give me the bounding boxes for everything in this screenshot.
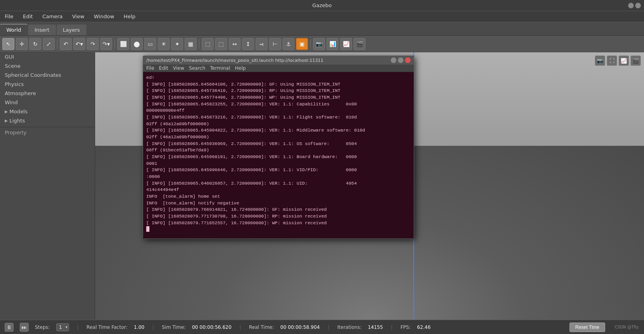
terminal-menubar: File Edit View Search Terminal Help: [143, 65, 414, 72]
terminal-maximize-button[interactable]: [398, 57, 403, 63]
menu-window[interactable]: Window: [92, 13, 116, 20]
snap-a-button[interactable]: ⬚: [202, 38, 214, 50]
fps-value: 62.46: [417, 324, 430, 330]
term-menu-search[interactable]: Search: [189, 65, 205, 71]
tree-item-models[interactable]: ▶ Models: [0, 107, 95, 116]
sep4: [310, 39, 311, 49]
menu-bar: File Edit Camera View Window Help: [0, 11, 644, 22]
menu-view[interactable]: View: [71, 13, 86, 20]
sim-time-value: 00 00:00:56.620: [192, 324, 231, 330]
terminal-line: [ INFO] [1685028065.645736410, 2.7200000…: [146, 88, 411, 94]
sep-c: |: [239, 324, 241, 330]
redo-more-button[interactable]: ↷▾: [100, 38, 112, 50]
menu-file[interactable]: File: [3, 13, 15, 20]
point-light-button[interactable]: ✦: [171, 38, 183, 50]
terminal-line: 02ff (46a12a09bf000000): [146, 134, 411, 141]
align-left-button[interactable]: ⫤: [256, 38, 268, 50]
lights-arrow-icon: ▶: [5, 118, 8, 123]
iterations-value: 14155: [368, 324, 383, 330]
tree-item-gui-label: GUI: [5, 54, 14, 60]
spot-light-button[interactable]: ▦: [185, 38, 197, 50]
snap-b-button[interactable]: ⬚: [215, 38, 227, 50]
tree-item-scene[interactable]: Scene: [0, 61, 95, 71]
anchor-button[interactable]: ⚓: [283, 38, 294, 50]
terminal-minimize-button[interactable]: [391, 57, 396, 63]
menu-edit[interactable]: Edit: [21, 13, 34, 20]
menu-camera[interactable]: Camera: [41, 13, 64, 20]
tab-layers[interactable]: Layers: [57, 25, 86, 35]
tree-item-spherical[interactable]: Spherical Coordinates: [0, 71, 95, 80]
steps-down-arrow[interactable]: ▾: [64, 325, 69, 329]
terminal-line: [ INFO] [1685028065.645664106, 2.7200000…: [146, 81, 411, 88]
flip-v-button[interactable]: ↕: [242, 38, 254, 50]
real-time-label: Real Time:: [249, 324, 274, 330]
minimize-button[interactable]: [628, 3, 634, 8]
sphere-button[interactable]: ⬤: [131, 38, 143, 50]
maximize-button[interactable]: [635, 3, 641, 8]
real-time-factor-label: Real Time Factor:: [86, 324, 127, 330]
main-layout: GUI Scene Spherical Coordinates Physics …: [0, 52, 644, 320]
terminal-line: [ INFO] [1685028079.771852557, 16.728000…: [146, 220, 411, 227]
tree-item-gui[interactable]: GUI: [0, 52, 95, 61]
vp-expand-icon[interactable]: ⛶: [607, 55, 617, 66]
undo-button[interactable]: ↶: [60, 38, 72, 50]
rotate-tool-button[interactable]: ↻: [29, 38, 41, 50]
term-menu-help[interactable]: Help: [235, 65, 246, 71]
video-button[interactable]: 🎬: [354, 38, 365, 50]
tree-item-physics[interactable]: Physics: [0, 80, 95, 89]
term-menu-edit[interactable]: Edit: [159, 65, 168, 71]
align-right-button[interactable]: ⊢: [269, 38, 281, 50]
tree-item-atmosphere-label: Atmosphere: [5, 90, 36, 96]
menu-help[interactable]: Help: [122, 13, 137, 20]
terminal-line: [ INFO] [1685028065.646026057, 2.7200000…: [146, 180, 411, 187]
term-menu-file[interactable]: File: [146, 65, 154, 71]
terminal-line: INFO [tone_alarm] notify negative: [146, 200, 411, 207]
tab-insert[interactable]: Insert: [28, 25, 55, 35]
tree-item-spherical-label: Spherical Coordinates: [5, 72, 61, 78]
term-menu-view[interactable]: View: [173, 65, 184, 71]
box-button[interactable]: ⬜: [117, 38, 129, 50]
term-menu-terminal[interactable]: Terminal: [210, 65, 230, 71]
chart-button[interactable]: 📊: [327, 38, 338, 50]
cylinder-button[interactable]: ▭: [144, 38, 156, 50]
terminal-line: [ INFO] [1685028065.645774496, 2.7200000…: [146, 94, 411, 101]
real-time-value: 00 00:00:58.904: [280, 324, 320, 330]
terminal-cursor-line: [146, 226, 411, 232]
terminal-title: /home/test/PX4_Firmware/launch/mavros_po…: [146, 58, 323, 63]
screenshot-button[interactable]: 📷: [313, 38, 325, 50]
vp-graph-icon[interactable]: 📈: [619, 55, 629, 66]
tree-item-lights[interactable]: ▶ Lights: [0, 116, 95, 125]
tab-world[interactable]: World: [0, 24, 27, 35]
tree-item-atmosphere[interactable]: Atmosphere: [0, 89, 95, 98]
tab-bar: World Insert Layers: [0, 22, 644, 36]
sep-a: |: [77, 324, 78, 330]
watermark: CSDN @Tfly.: [615, 325, 639, 329]
redo-button[interactable]: ↷: [87, 38, 99, 50]
vp-screenshot-icon[interactable]: 📷: [595, 55, 605, 66]
terminal-line: 0000000000e4ff: [146, 107, 411, 114]
sun-light-button[interactable]: ☀: [158, 38, 170, 50]
terminal-close-button[interactable]: [405, 57, 411, 63]
property-header: Property: [0, 127, 95, 138]
models-arrow-icon: ▶: [5, 109, 8, 114]
cursor-tool-button[interactable]: ↖: [2, 38, 14, 50]
status-bar: ⏸ ⏭ Steps: 1 ▾ | Real Time Factor: 1.00 …: [0, 320, 644, 334]
viewport[interactable]: 📷 ⛶ 📈 🎬 /home/test/PX4_Firmware/launch/m…: [95, 52, 644, 320]
flip-h-button[interactable]: ↔: [229, 38, 241, 50]
graph-button[interactable]: 📈: [340, 38, 352, 50]
translate-tool-button[interactable]: ✛: [16, 38, 28, 50]
orange-button[interactable]: ▣: [296, 38, 308, 50]
undo-more-button[interactable]: ↶▾: [73, 38, 85, 50]
terminal-content[interactable]: ed![ INFO] [1685028065.645664106, 2.7200…: [143, 72, 414, 239]
pause-button[interactable]: ⏸: [5, 323, 13, 332]
vp-video-icon[interactable]: 🎬: [631, 55, 641, 66]
terminal-line: [ INFO] [1685028079.766914821, 16.724000…: [146, 206, 411, 213]
steps-stepper[interactable]: 1 ▾: [56, 323, 69, 331]
reset-time-button[interactable]: Reset Time: [569, 323, 606, 332]
step-forward-button[interactable]: ⏭: [20, 323, 29, 332]
terminal-line: 0001: [146, 160, 411, 167]
scale-tool-button[interactable]: ⤢: [43, 38, 55, 50]
tree-item-wind[interactable]: Wind: [0, 98, 95, 107]
toolbar: ↖ ✛ ↻ ⤢ ↶ ↶▾ ↷ ↷▾ ⬜ ⬤ ▭ ☀ ✦ ▦ ⬚ ⬚ ↔ ↕ ⫤ …: [0, 36, 644, 52]
sep-d: |: [328, 324, 329, 330]
